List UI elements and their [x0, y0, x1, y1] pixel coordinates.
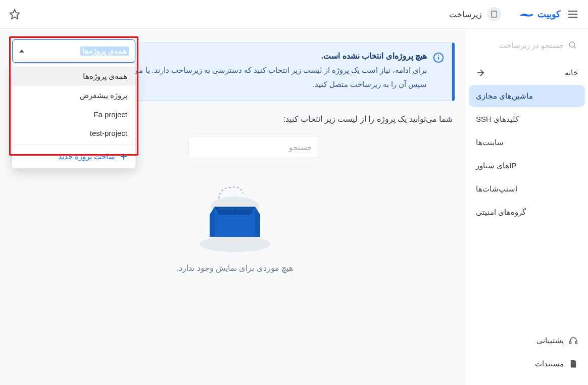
breadcrumb: زیرساخت — [449, 7, 501, 21]
svg-point-26 — [200, 236, 270, 252]
sidebar-home-label: خانه — [565, 68, 578, 77]
hamburger-icon[interactable] — [567, 8, 579, 20]
svg-marker-29 — [210, 207, 215, 237]
project-select-area: همه‌ی پروژه‌ها همه‌ی پروژه‌ها پروژه پیشف… — [12, 39, 135, 63]
sidebar: خانه ماشین‌های مجازی کلیدهای SSH سابنت‌ه… — [466, 28, 588, 385]
main-content: هیچ پروژه‌ای انتخاب نشده است. برای ادامه… — [0, 28, 466, 385]
svg-marker-8 — [10, 10, 19, 19]
svg-marker-30 — [255, 207, 260, 237]
svg-rect-12 — [570, 342, 571, 344]
arrow-back-icon — [476, 68, 485, 77]
headset-icon — [569, 336, 578, 345]
caret-up-icon — [19, 48, 25, 54]
sidebar-docs-label: مستندات — [535, 359, 564, 368]
brand-text: کوبیت — [537, 9, 561, 20]
project-option[interactable]: پروژه پیشفرض — [12, 86, 135, 105]
project-option[interactable]: همه‌ی پروژه‌ها — [12, 67, 135, 86]
svg-point-9 — [569, 42, 575, 47]
project-select-value: همه‌ی پروژه‌ها — [80, 46, 129, 56]
divider — [12, 145, 135, 145]
info-icon — [433, 52, 444, 63]
brand-logo-icon — [519, 10, 533, 18]
sidebar-support-label: پشتیبانی — [536, 336, 564, 345]
sidebar-item-label: کلیدهای SSH — [476, 115, 519, 124]
project-select[interactable]: همه‌ی پروژه‌ها — [12, 39, 135, 63]
sidebar-item-floating-ips[interactable]: IPهای شناور — [469, 155, 585, 177]
svg-rect-13 — [576, 342, 577, 344]
brand[interactable]: کوبیت — [519, 9, 561, 20]
sidebar-item-label: اسنپ‌شات‌ها — [476, 184, 517, 194]
plus-icon — [119, 152, 128, 161]
sidebar-docs[interactable]: مستندات — [469, 354, 585, 374]
sidebar-item-label: IPهای شناور — [476, 161, 516, 170]
empty-box-icon — [194, 178, 275, 254]
building-icon — [487, 7, 501, 21]
sidebar-search[interactable] — [473, 37, 581, 53]
project-search-input[interactable] — [188, 136, 319, 158]
sidebar-item-subnets[interactable]: سابنت‌ها — [469, 131, 585, 154]
project-option[interactable]: Fa project — [12, 105, 135, 124]
document-icon — [569, 359, 578, 368]
empty-state-text: هیچ موردی برای نمایش وجود ندارد. — [177, 263, 293, 273]
project-option[interactable]: test-project — [12, 124, 135, 142]
new-project-button[interactable]: ساخت پروژه جدید — [12, 147, 135, 166]
sidebar-support[interactable]: پشتیبانی — [469, 330, 585, 351]
svg-marker-34 — [19, 50, 24, 53]
star-icon[interactable] — [9, 9, 20, 20]
sidebar-home[interactable]: خانه — [469, 62, 585, 84]
sidebar-item-vms[interactable]: ماشین‌های مجازی — [469, 85, 585, 107]
sidebar-search-input[interactable] — [468, 41, 564, 50]
sidebar-item-label: سابنت‌ها — [476, 138, 504, 147]
breadcrumb-text: زیرساخت — [449, 10, 482, 19]
sidebar-item-ssh[interactable]: کلیدهای SSH — [469, 108, 585, 130]
sidebar-item-security-groups[interactable]: گروه‌های امنیتی — [469, 201, 585, 223]
svg-rect-3 — [492, 11, 497, 17]
svg-point-16 — [438, 55, 439, 56]
sidebar-item-label: ماشین‌های مجازی — [476, 91, 533, 101]
sidebar-item-label: گروه‌های امنیتی — [476, 208, 526, 217]
project-dropdown: همه‌ی پروژه‌ها پروژه پیشفرض Fa project t… — [12, 64, 135, 168]
svg-line-10 — [574, 46, 575, 48]
sidebar-item-snapshots[interactable]: اسنپ‌شات‌ها — [469, 178, 585, 200]
new-project-label: ساخت پروژه جدید — [58, 152, 115, 161]
topbar: کوبیت زیرساخت — [0, 0, 588, 28]
empty-state: هیچ موردی برای نمایش وجود ندارد. — [15, 178, 455, 273]
search-icon — [568, 40, 577, 50]
